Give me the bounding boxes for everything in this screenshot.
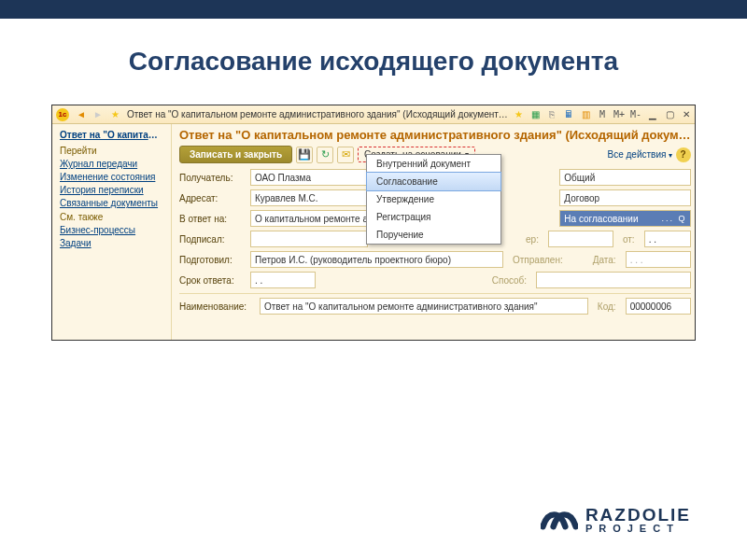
help-icon[interactable]: ? xyxy=(676,147,691,162)
deadline-label: Срок ответа: xyxy=(179,275,245,286)
document-title: Ответ на "О капитальном ремонте админист… xyxy=(179,128,691,142)
nav-fwd-icon[interactable]: ► xyxy=(92,108,105,121)
brand-name: RAZDOLIE xyxy=(585,506,691,524)
dropdown-item-confirmation[interactable]: Утверждение xyxy=(367,190,500,208)
brand-logo-block: RAZDOLIE PROJECT xyxy=(541,506,691,534)
save-close-button[interactable]: Записать и закрыть xyxy=(179,146,292,163)
deadline-field[interactable]: . . xyxy=(250,272,316,288)
calc-icon[interactable]: 🖩 xyxy=(562,108,575,121)
logo-1c-icon: 1c xyxy=(56,108,69,121)
brand-sub: PROJECT xyxy=(585,524,691,534)
er-label: ер: xyxy=(522,234,543,245)
main-panel: Ответ на "О капитальном ремонте админист… xyxy=(172,124,696,340)
gk-field[interactable]: Общий xyxy=(559,169,690,186)
sent-label: Отправлен: xyxy=(509,255,567,265)
minimize-icon[interactable]: ▁ xyxy=(646,108,659,121)
prepared-label: Подготовил: xyxy=(179,255,245,265)
code-field[interactable]: 00000006 xyxy=(626,298,691,315)
dropdown-item-approval[interactable]: Согласование xyxy=(366,172,501,191)
signed-field[interactable] xyxy=(250,231,368,247)
method-field[interactable] xyxy=(536,272,690,288)
sidebar-link-history[interactable]: История переписки xyxy=(60,185,163,195)
from-label: от: xyxy=(619,234,639,245)
screenshot-frame: 1c ◄ ► ★ Ответ на "О капитальном ремонте… xyxy=(51,105,696,341)
prepared-field[interactable]: Петров И.С. (руководитель проектного бюр… xyxy=(250,251,503,268)
date-label: Дата: xyxy=(589,255,620,265)
status-field[interactable]: На согласовании xyxy=(559,210,690,227)
sidebar-section-see-also: См. также xyxy=(60,212,163,222)
sidebar-link-state-change[interactable]: Изменение состояния xyxy=(60,172,163,182)
calendar-icon[interactable]: ▥ xyxy=(579,108,592,121)
addressee-label: Адресат: xyxy=(179,193,245,203)
maximize-icon[interactable]: ▢ xyxy=(663,108,676,121)
dropdown-item-assignment[interactable]: Поручение xyxy=(367,226,500,244)
create-on-basis-dropdown: Внутренний документ Согласование Утвержд… xyxy=(366,154,501,245)
sidebar: Ответ на "О капиталь… Перейти Журнал пер… xyxy=(52,124,172,340)
dropdown-item-internal[interactable]: Внутренний документ xyxy=(367,155,500,173)
close-icon[interactable]: ✕ xyxy=(680,108,693,121)
number-field[interactable] xyxy=(548,231,613,247)
app-titlebar: 1c ◄ ► ★ Ответ на "О капитальном ремонте… xyxy=(52,105,695,124)
sidebar-link-biz-processes[interactable]: Бизнес-процессы xyxy=(60,225,163,235)
top-accent-bar xyxy=(0,0,747,19)
sidebar-section-goto: Перейти xyxy=(60,146,163,156)
name-field[interactable]: Ответ на "О капитальном ремонте админист… xyxy=(260,298,588,315)
all-actions-button[interactable]: Все действия xyxy=(608,149,672,160)
signed-label: Подписал: xyxy=(179,234,245,245)
favorites-icon[interactable]: ★ xyxy=(512,108,525,121)
mem-mminus[interactable]: М- xyxy=(629,108,642,121)
date-field[interactable]: . . . xyxy=(626,251,691,268)
from-date-field[interactable]: . . xyxy=(644,231,691,247)
name-label: Наименование: xyxy=(179,301,254,312)
mem-mplus[interactable]: М+ xyxy=(613,108,626,121)
slide-title: Согласование исходящего документа xyxy=(0,19,747,86)
grid-icon[interactable]: ▦ xyxy=(529,108,542,121)
link-icon[interactable]: ⎘ xyxy=(545,108,558,121)
nav-back-icon[interactable]: ◄ xyxy=(75,108,88,121)
save-icon[interactable]: 💾 xyxy=(296,147,313,163)
send-icon[interactable]: ✉ xyxy=(337,147,354,163)
refresh-icon[interactable]: ↻ xyxy=(317,147,333,163)
razdolie-logo-icon xyxy=(541,507,578,533)
mem-m[interactable]: М xyxy=(596,108,609,121)
star-icon[interactable]: ★ xyxy=(108,108,121,121)
method-label: Способ: xyxy=(488,275,530,286)
kind-field[interactable]: Договор xyxy=(559,189,690,206)
code-label: Код: xyxy=(594,301,620,312)
reply-to-label: В ответ на: xyxy=(179,214,245,224)
sidebar-doc-title[interactable]: Ответ на "О капиталь… xyxy=(60,130,163,140)
sidebar-link-journal[interactable]: Журнал передачи xyxy=(60,159,163,169)
dropdown-item-registration[interactable]: Регистрация xyxy=(367,208,500,226)
recipient-label: Получатель: xyxy=(179,173,245,183)
window-title: Ответ на "О капитальном ремонте админист… xyxy=(123,109,510,119)
sidebar-link-related[interactable]: Связанные документы xyxy=(60,198,163,208)
sidebar-link-tasks[interactable]: Задачи xyxy=(60,238,163,248)
